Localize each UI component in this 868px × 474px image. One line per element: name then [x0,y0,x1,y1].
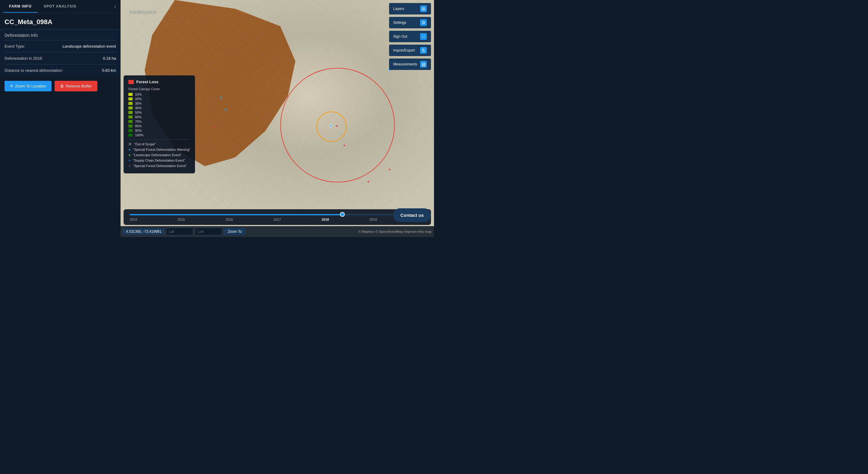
legend-annotation: ⚙"Out of Scope" [128,142,190,146]
zoom-to-location-button[interactable]: ✛ Zoom To Location [4,81,52,91]
layers-icon: ⊞ [420,5,427,12]
coord-value: 4.531360, -73.419991 [123,228,164,235]
legend-annotation: ●"Special Forest Deforestation Warning" [128,147,190,152]
timeline-thumb[interactable] [340,212,345,217]
trash-icon: 🗑 [60,84,64,88]
legend-item: 40% [128,106,190,110]
map-area[interactable]: tradespace Layers ⊞ Settings ⚙ Sign Out … [121,0,434,237]
timeline-year[interactable]: 2019 [370,218,377,221]
action-buttons: ✛ Zoom To Location 🗑 Remove Buffer [0,76,121,96]
map-small-dot-4 [368,181,369,182]
tab-spot-analysis[interactable]: SPOT ANALYSIS [38,1,82,13]
lon-input[interactable] [195,228,222,235]
legend-canopy-title: Forest Canopy Cover [128,87,190,91]
settings-button[interactable]: Settings ⚙ [389,17,431,28]
deforestation-2018-value: 0.18 ha [103,56,116,61]
legend-items: 10%20%30%40%50%60%70%80%90%100% [128,93,190,137]
legend-item: 100% [128,133,190,137]
deforestation-section: Deforestation Info Event Type: Landscape… [0,29,121,76]
legend-title-row: Forest Loss [128,80,190,84]
timeline-labels: 2014201520162017201820192020 [130,218,425,221]
settings-label: Settings [393,21,406,25]
map-small-dot-3 [213,127,214,128]
legend-annotation: ○"Special Forest Deforestation Event" [128,164,190,168]
legend-item: 70% [128,120,190,123]
mapbox-credit: © Mapbox © OpenStreetMap Improve this ma… [359,230,432,233]
timeline-track[interactable] [130,214,425,215]
legend-item: 50% [128,111,190,114]
sign-out-label: Sign Out [393,34,407,38]
layers-label: Layers [393,7,404,11]
event-type-value: Landscape deforestation event [62,44,116,49]
legend-annotation: ●"Supply Chain Deforestation Event" [128,158,190,162]
settings-icon: ⚙ [420,19,427,26]
legend-title: Forest Loss [136,80,158,84]
measurements-icon: ▤ [420,61,427,67]
zoom-icon: ✛ [10,84,13,88]
map-controls: Layers ⊞ Settings ⚙ Sign Out → Import/Ex… [389,3,431,70]
timeline-bar[interactable]: 2014201520162017201820192020 [124,209,431,225]
legend-item: 90% [128,129,190,132]
measurements-button[interactable]: Measurements ▤ [389,59,431,70]
sign-out-icon: → [420,33,427,40]
map-dot-2 [224,109,227,111]
tab-bar: FARM INFO SPOT ANALYSIS ‹ [0,0,121,13]
legend-annotation: ●"Landscape Deforestation Event" [128,153,190,157]
timeline-fill [130,214,342,215]
legend-red-box [128,80,134,84]
sign-out-button[interactable]: Sign Out → [389,31,431,42]
center-dot [330,124,333,127]
deforestation-2018-row: Deforestation in 2018: 0.18 ha [4,53,116,64]
coord-bar: 4.531360, -73.419991 Zoom To © Mapbox © … [121,226,434,237]
map-small-dot-5 [389,169,390,170]
legend-item: 60% [128,115,190,119]
distance-label: Distance to nearest deforestation: [4,68,63,73]
timeline-year[interactable]: 2016 [226,218,233,221]
farm-title: CC_Meta_098A [0,13,121,29]
remove-buffer-button[interactable]: 🗑 Remove Buffer [55,81,97,91]
legend-annotations: ⚙"Out of Scope"●"Special Forest Deforest… [128,142,190,168]
tab-farm-info[interactable]: FARM INFO [3,1,38,13]
timeline-year[interactable]: 2018 [321,218,329,221]
legend-panel: Forest Loss Forest Canopy Cover 10%20%30… [124,76,195,173]
import-export-button[interactable]: Import/Export ⇅ [389,45,431,56]
map-dot-1 [220,96,222,99]
distance-value: 0.83 km [102,68,116,73]
coord-zoom-button[interactable]: Zoom To [224,228,245,235]
event-type-row: Event Type: Landscape deforestation even… [4,40,116,53]
collapse-button[interactable]: ‹ [113,2,118,11]
event-type-label: Event Type: [4,44,25,49]
legend-item: 80% [128,124,190,128]
watermark: tradespace [130,9,156,16]
timeline-year[interactable]: 2014 [130,218,137,221]
import-export-label: Import/Export [393,48,415,53]
import-export-icon: ⇅ [420,47,427,54]
legend-item: 10% [128,93,190,96]
layers-button[interactable]: Layers ⊞ [389,3,431,14]
map-small-dot-2 [344,145,345,146]
remove-label: Remove Buffer [66,84,92,88]
map-small-dot-1 [336,125,338,127]
distance-row: Distance to nearest deforestation: 0.83 … [4,64,116,76]
zoom-label: Zoom To Location [15,84,46,88]
contact-us-button[interactable]: Contact us [393,208,431,222]
lat-input[interactable] [166,228,193,235]
deforestation-title: Deforestation Info [4,29,116,40]
measurements-label: Measurements [393,62,417,66]
deforestation-2018-label: Deforestation in 2018: [4,56,43,61]
sidebar: FARM INFO SPOT ANALYSIS ‹ CC_Meta_098A D… [0,0,121,237]
legend-item: 30% [128,101,190,105]
timeline-year[interactable]: 2015 [178,218,185,221]
timeline-year[interactable]: 2017 [274,218,281,221]
legend-item: 20% [128,97,190,101]
